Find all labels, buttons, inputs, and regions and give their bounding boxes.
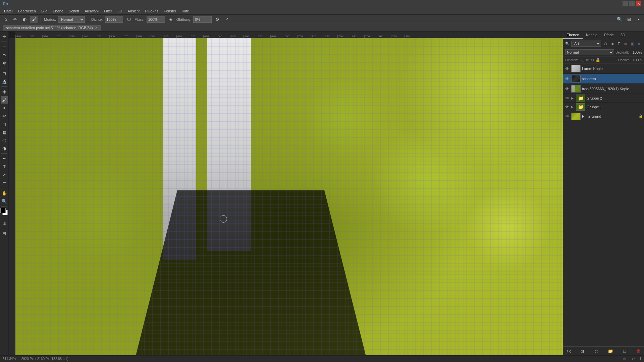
minimize-button[interactable]: — xyxy=(623,1,628,6)
layer-item-hintergrund[interactable]: 👁 Hintergrund 🔒 xyxy=(563,111,644,121)
menu-auswahl[interactable]: Auswahl xyxy=(82,8,101,14)
group-arrow-2[interactable]: ▶ xyxy=(571,97,575,100)
quick-mask-btn[interactable]: ◫ xyxy=(1,219,8,227)
visibility-toggle-tree[interactable]: 👁 xyxy=(565,86,570,92)
layer-group-2[interactable]: 👁 ▶ 📁 Gruppe 2 xyxy=(563,94,644,103)
maximize-button[interactable]: □ xyxy=(629,1,635,6)
brush-settings-btn[interactable]: 🖌 xyxy=(30,16,38,23)
brush-tool-btn[interactable]: ✏ xyxy=(11,16,19,23)
visibility-toggle-lamm[interactable]: 👁 xyxy=(565,66,570,71)
doc-tab-active[interactable]: schatten erstellen.psdc bei 511% (schatt… xyxy=(3,25,101,31)
menu-hilfe[interactable]: Hilfe xyxy=(179,8,192,14)
shape-tool[interactable]: ▭ xyxy=(1,179,8,186)
visibility-toggle-schatten[interactable]: 👁 xyxy=(565,76,570,81)
menu-ebene[interactable]: Ebene xyxy=(50,8,66,14)
menu-schrift[interactable]: Schrift xyxy=(66,8,82,14)
history-brush-tool[interactable]: ↩ xyxy=(1,112,8,120)
status-history-btn[interactable]: ↩ xyxy=(632,357,635,361)
create-group-btn[interactable]: 📁 xyxy=(607,348,614,354)
menu-filter[interactable]: Filter xyxy=(101,8,115,14)
menu-plugins[interactable]: Plug-ins xyxy=(142,8,161,14)
color-swatches[interactable] xyxy=(0,208,8,216)
layer-item-schatten[interactable]: 👁 schatten xyxy=(563,74,644,84)
status-info-btn[interactable]: ℹ xyxy=(640,357,641,361)
add-mask-btn[interactable]: ◑ xyxy=(579,348,586,354)
visibility-toggle-gruppe2[interactable]: 👁 xyxy=(565,96,570,101)
brush-preset-btn[interactable]: ◐ xyxy=(21,16,28,23)
tab-ebenen[interactable]: Ebenen xyxy=(563,32,583,39)
menu-fenster[interactable]: Fenster xyxy=(161,8,179,14)
screen-mode-btn[interactable]: ⊟ xyxy=(1,230,8,237)
marquee-tool[interactable]: ▭ xyxy=(1,43,8,51)
filter-shape-btn[interactable]: ▭ xyxy=(623,41,629,47)
canvas-area[interactable]: 490 500 510 520 530 540 550 560 570 580 … xyxy=(9,32,563,355)
search-btn[interactable]: 🔍 xyxy=(616,16,623,23)
airbrush-btn[interactable]: ⬡ xyxy=(125,16,132,23)
layers-kind-select[interactable]: Art xyxy=(571,41,601,47)
eraser-tool[interactable]: ◻ xyxy=(1,120,8,128)
filter-toggle-btn[interactable]: ● xyxy=(636,41,642,47)
layer-group-1[interactable]: 👁 ▶ 📁 Gruppe 1 xyxy=(563,103,644,111)
doc-tab-close[interactable]: ✕ xyxy=(95,26,98,29)
lock-all-btn[interactable]: 🔒 xyxy=(595,58,600,62)
filter-smartobj-btn[interactable]: ◫ xyxy=(629,41,635,47)
canvas-image[interactable] xyxy=(15,38,563,355)
add-adjustment-btn[interactable]: ◎ xyxy=(593,348,600,354)
tab-pfade[interactable]: Pfade xyxy=(601,32,617,39)
flow-icon-btn[interactable]: ◈ xyxy=(167,16,174,23)
healing-tool[interactable]: ✚ xyxy=(1,88,8,96)
brush-tool[interactable]: 🖌 xyxy=(1,96,8,104)
group-arrow-1[interactable]: ▶ xyxy=(571,105,575,109)
lasso-tool[interactable]: ⊃ xyxy=(1,51,8,59)
magic-wand-tool[interactable]: ✲ xyxy=(1,59,8,67)
lock-artboard-btn[interactable]: ⊘ xyxy=(591,58,594,62)
pen-tool[interactable]: ✒ xyxy=(1,155,8,162)
layer-item-tree[interactable]: 👁 tree-3095663_1920(1) Kopie xyxy=(563,84,644,94)
blend-mode-select[interactable]: Normal xyxy=(565,49,614,55)
tab-kanaele[interactable]: Kanäle xyxy=(583,32,601,39)
tool-home-btn[interactable]: ⌂ xyxy=(2,16,9,23)
filter-type-btn[interactable]: T xyxy=(616,41,622,47)
filter-adj-btn[interactable]: ◑ xyxy=(609,41,615,47)
angle-btn[interactable]: ↗ xyxy=(223,16,230,23)
mode-select[interactable]: Normal xyxy=(58,16,85,23)
dodge-tool[interactable]: ◑ xyxy=(1,144,8,152)
status-panel-btn[interactable]: ⊞ xyxy=(623,357,626,361)
crop-tool[interactable]: ⊡ xyxy=(1,70,8,77)
layer-item-lamm-kopie[interactable]: 👁 Lamm Kopie xyxy=(563,64,644,74)
sep2 xyxy=(88,16,88,23)
visibility-toggle-hintergrund[interactable]: 👁 xyxy=(565,114,570,119)
menu-datei[interactable]: Datei xyxy=(1,8,15,14)
gradient-tool[interactable]: ▦ xyxy=(1,128,8,136)
create-layer-btn[interactable]: □ xyxy=(621,348,628,354)
zoom-tool[interactable]: 🔍 xyxy=(1,197,8,205)
delete-layer-btn[interactable]: 🗑 xyxy=(635,348,642,354)
path-selection-tool[interactable]: ↗ xyxy=(1,171,8,178)
tab-3d[interactable]: 3D xyxy=(617,32,629,39)
lock-position-btn[interactable]: ⊞ xyxy=(581,58,585,62)
smoothing-settings-btn[interactable]: ⚙ xyxy=(214,16,221,23)
canvas-content[interactable] xyxy=(15,38,563,355)
smoothing-input[interactable] xyxy=(193,16,212,23)
hand-tool[interactable]: ✋ xyxy=(1,189,8,197)
menu-ansicht[interactable]: Ansicht xyxy=(125,8,142,14)
filter-pixel-btn[interactable]: ⬡ xyxy=(602,41,608,47)
blur-tool[interactable]: ◌ xyxy=(1,136,8,144)
flow-input[interactable] xyxy=(147,16,165,23)
add-layer-style-btn[interactable]: ƒx xyxy=(565,348,572,354)
close-button[interactable]: ✕ xyxy=(636,1,641,6)
density-input[interactable] xyxy=(105,16,123,23)
foreground-color-swatch[interactable] xyxy=(0,208,6,213)
menu-bild[interactable]: Bild xyxy=(39,8,50,14)
visibility-toggle-gruppe1[interactable]: 👁 xyxy=(565,104,570,110)
eyedropper-tool[interactable]: 🔬 xyxy=(1,78,8,85)
menu-bearbeiten[interactable]: Bearbeiten xyxy=(15,8,39,14)
titlebar-controls[interactable]: — □ ✕ xyxy=(623,1,641,6)
clone-stamp-tool[interactable]: ✦ xyxy=(1,104,8,112)
menu-3d[interactable]: 3D xyxy=(115,8,125,14)
arrange-btn[interactable]: ⊞ xyxy=(625,16,633,23)
lock-paint-btn[interactable]: ✏ xyxy=(586,58,589,62)
type-tool[interactable]: T xyxy=(1,163,8,170)
extra-btn[interactable]: ⋯ xyxy=(635,16,642,23)
move-tool[interactable]: ✛ xyxy=(1,33,8,40)
